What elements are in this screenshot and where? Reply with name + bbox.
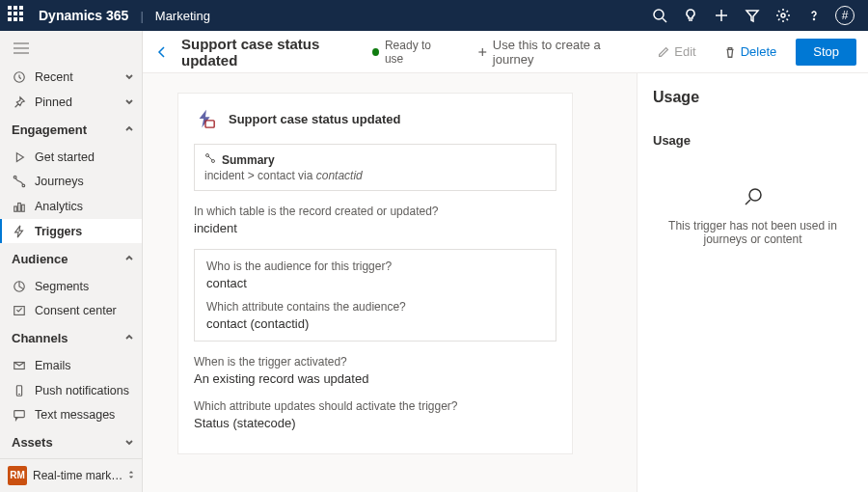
summary-box: Summary incident > contact via contactid [194, 144, 556, 191]
delete-button[interactable]: Delete [716, 37, 785, 68]
summary-path: incident > contact via contactid [204, 169, 546, 182]
question-activating: Which attribute updates should activate … [194, 399, 556, 413]
chevron-down-icon [124, 96, 134, 109]
chevron-down-icon [124, 70, 134, 84]
sidebar-section-audience[interactable]: Audience [0, 243, 142, 273]
sidebar-item-label: Recent [35, 70, 73, 84]
summary-label: Summary [222, 153, 275, 167]
svg-point-5 [781, 14, 785, 17]
sidebar-item-label: Emails [35, 359, 71, 372]
journey-icon [12, 174, 27, 189]
avatar-glyph: # [835, 6, 854, 25]
svg-rect-24 [205, 121, 214, 127]
usage-empty-message: This trigger has not been used in journe… [653, 219, 853, 246]
sidebar-item-recent[interactable]: Recent [0, 65, 142, 90]
env-badge: RM [8, 466, 27, 485]
svg-rect-15 [22, 205, 25, 211]
trigger-icon [12, 224, 27, 239]
svg-point-0 [654, 10, 664, 19]
global-top-bar: Dynamics 365 | Marketing # [0, 0, 868, 31]
help-icon[interactable] [799, 0, 829, 31]
app-name-label: Marketing [155, 9, 210, 23]
center-canvas: Support case status updated Summary inci… [143, 73, 637, 492]
sidebar-item-push[interactable]: Push notifications [0, 378, 142, 403]
svg-point-6 [814, 19, 815, 20]
sidebar-item-label: Journeys [35, 175, 84, 188]
add-icon[interactable] [706, 0, 737, 31]
audience-box: Who is the audience for this trigger? co… [194, 249, 556, 342]
svg-point-27 [749, 189, 761, 201]
card-title: Support case status updated [229, 112, 400, 126]
sidebar-item-label: Pinned [35, 96, 72, 109]
svg-rect-21 [14, 411, 25, 418]
page-title: Support case status updated [181, 36, 361, 68]
usage-panel: Usage Usage This trigger has not been us… [637, 73, 868, 492]
sidebar-item-get-started[interactable]: Get started [0, 145, 142, 170]
question-when: When is the trigger activated? [194, 355, 556, 369]
answer-activating: Status (statecode) [194, 416, 556, 430]
create-journey-button[interactable]: Use this to create a journey [469, 37, 637, 68]
status-pill: Ready to use [372, 39, 446, 66]
sidebar-item-pinned[interactable]: Pinned [0, 90, 142, 115]
left-sidebar: Recent Pinned Engagement Get started Jou… [0, 31, 143, 492]
lightbulb-icon[interactable] [675, 0, 706, 31]
play-icon [12, 150, 27, 165]
sidebar-item-label: Triggers [35, 225, 82, 238]
answer-when: An existing record was updated [194, 371, 556, 386]
question-table: In which table is the record created or … [194, 205, 556, 218]
command-bar: Support case status updated Ready to use… [143, 31, 868, 73]
environment-switcher[interactable]: RM Real-time marketi... [0, 458, 142, 492]
question-attr: Which attribute contains the audience? [206, 300, 544, 314]
sidebar-item-segments[interactable]: Segments [0, 274, 142, 299]
svg-rect-13 [14, 206, 17, 211]
status-dot-icon [372, 48, 379, 56]
search-empty-icon [653, 186, 853, 207]
sidebar-item-journeys[interactable]: Journeys [0, 170, 142, 195]
back-button[interactable] [154, 44, 170, 60]
sidebar-item-label: Segments [35, 280, 89, 293]
app-launcher-icon[interactable] [8, 6, 27, 25]
button-label: Delete [741, 44, 777, 59]
chevron-down-icon [124, 435, 134, 450]
sidebar-item-triggers[interactable]: Triggers [0, 219, 142, 244]
sidebar-item-text[interactable]: Text messages [0, 403, 142, 428]
trigger-card-icon [194, 107, 217, 130]
account-avatar[interactable]: # [829, 0, 860, 31]
stop-button[interactable]: Stop [796, 39, 856, 66]
chevron-up-icon [124, 123, 134, 137]
sidebar-section-engagement[interactable]: Engagement [0, 115, 142, 145]
sidebar-item-emails[interactable]: Emails [0, 353, 142, 378]
filter-icon[interactable] [737, 0, 768, 31]
sidebar-section-label: Assets [12, 435, 53, 450]
chevron-up-icon [124, 331, 134, 345]
answer-audience: contact [206, 276, 544, 290]
env-label: Real-time marketi... [33, 469, 126, 482]
segment-icon [12, 279, 27, 294]
sidebar-section-channels[interactable]: Channels [0, 323, 142, 353]
usage-subheading: Usage [653, 133, 853, 148]
search-icon[interactable] [644, 0, 675, 31]
mail-icon [12, 358, 27, 373]
sidebar-section-label: Channels [12, 331, 68, 345]
sms-icon [12, 407, 27, 423]
usage-title: Usage [653, 89, 853, 106]
brand-separator: | [140, 9, 143, 23]
hamburger-icon[interactable] [0, 31, 142, 65]
tree-icon [204, 152, 216, 167]
sidebar-item-label: Text messages [35, 408, 115, 422]
push-icon [12, 383, 27, 398]
button-label: Edit [674, 44, 695, 59]
sidebar-item-label: Consent center [35, 304, 117, 317]
consent-icon [12, 303, 27, 318]
sidebar-item-label: Push notifications [35, 384, 129, 397]
edit-button[interactable]: Edit [649, 37, 703, 68]
sidebar-item-consent[interactable]: Consent center [0, 298, 142, 323]
main-area: Support case status updated Ready to use… [143, 31, 868, 492]
brand-label: Dynamics 365 [39, 8, 128, 23]
status-label: Ready to use [385, 39, 446, 66]
svg-line-28 [746, 200, 750, 205]
gear-icon[interactable] [768, 0, 799, 31]
sidebar-item-label: Get started [35, 150, 95, 164]
sidebar-section-assets[interactable]: Assets [0, 427, 142, 457]
sidebar-item-analytics[interactable]: Analytics [0, 194, 142, 219]
